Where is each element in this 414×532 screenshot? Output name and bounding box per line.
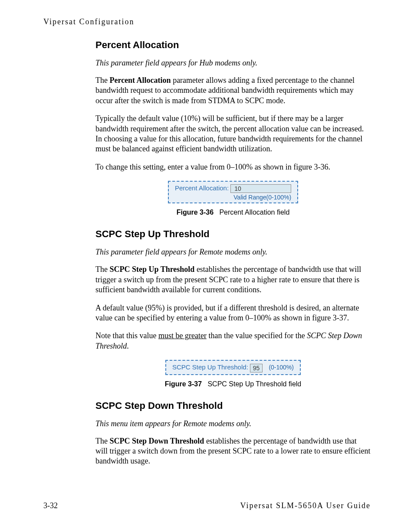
- underline-text: must be greater: [158, 331, 207, 340]
- page-content: Percent Allocation This parameter field …: [95, 39, 371, 467]
- note-text: This parameter field appears for Hub mod…: [95, 59, 257, 67]
- text: The: [95, 76, 109, 85]
- figure-3-36: Percent Allocation: 10 Valid Range(0-100…: [95, 181, 371, 203]
- text: .: [127, 342, 129, 350]
- bold-term: SCPC Step Down Threshold: [109, 437, 204, 445]
- para-percent-allocation-2: Typically the default value (10%) will b…: [95, 114, 371, 154]
- section-title-step-up: SCPC Step Up Threshold: [95, 228, 371, 240]
- figure-caption-3-37: Figure 3-37 SCPC Step Up Threshold field: [95, 380, 371, 388]
- note-text: This menu item appears for Remote modems…: [95, 419, 251, 428]
- text: The: [95, 265, 109, 274]
- field-hint: (0-100%): [269, 364, 294, 371]
- page-header: Vipersat Configuration: [43, 17, 371, 26]
- figure-box: SCPC Step Up Threshold: 95 (0-100%): [165, 360, 301, 375]
- figure-3-37: SCPC Step Up Threshold: 95 (0-100%): [95, 360, 371, 375]
- page-number: 3-32: [43, 501, 58, 510]
- para-percent-allocation-3: To change this setting, enter a value fr…: [95, 162, 371, 172]
- figure-caption-3-36: Figure 3-36 Percent Allocation field: [95, 209, 371, 216]
- note-percent-allocation: This parameter field appears for Hub mod…: [95, 59, 371, 68]
- note-step-down: This menu item appears for Remote modems…: [95, 419, 371, 428]
- para-step-up-1: The SCPC Step Up Threshold establishes t…: [95, 264, 371, 295]
- text: The: [95, 437, 109, 445]
- bold-term: SCPC Step Up Threshold: [109, 265, 194, 274]
- para-percent-allocation-1: The Percent Allocation parameter allows …: [95, 75, 371, 106]
- note-step-up: This parameter field appears for Remote …: [95, 248, 371, 257]
- page-footer: 3-32 Vipersat SLM-5650A User Guide: [43, 501, 371, 510]
- para-step-up-2: A default value (95%) is provided, but i…: [95, 303, 371, 323]
- figure-number: Figure 3-37: [165, 380, 202, 388]
- bold-term: Percent Allocation: [109, 76, 171, 85]
- figure-caption-text: SCPC Step Up Threshold field: [207, 380, 301, 388]
- figure-box: Percent Allocation: 10 Valid Range(0-100…: [168, 181, 298, 203]
- footer-guide-name: Vipersat SLM-5650A User Guide: [240, 501, 371, 510]
- text: than the value specified for the: [207, 331, 307, 340]
- field-hint: Valid Range(0-100%): [175, 194, 291, 201]
- field-label-percent-allocation: Percent Allocation:: [175, 184, 229, 192]
- text: Note that this value: [95, 331, 158, 340]
- field-label-step-up: SCPC Step Up Threshold:: [172, 363, 248, 371]
- para-step-down-1: The SCPC Step Down Threshold establishes…: [95, 436, 371, 467]
- percent-allocation-input[interactable]: 10: [230, 184, 291, 193]
- para-step-up-3: Note that this value must be greater tha…: [95, 331, 371, 351]
- step-up-threshold-input[interactable]: 95: [250, 364, 263, 372]
- figure-caption-text: Percent Allocation field: [219, 209, 289, 216]
- figure-number: Figure 3-36: [177, 209, 214, 216]
- section-title-percent-allocation: Percent Allocation: [95, 39, 371, 51]
- note-text: This parameter field appears for Remote …: [95, 248, 267, 256]
- section-title-step-down: SCPC Step Down Threshold: [95, 400, 371, 411]
